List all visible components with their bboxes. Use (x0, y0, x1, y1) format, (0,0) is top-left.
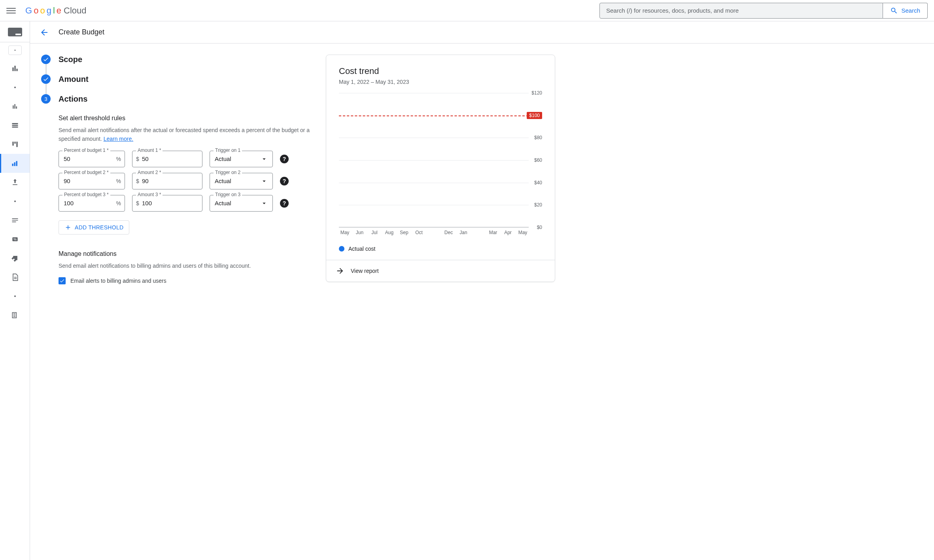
chart-gridline (339, 205, 529, 205)
chart-x-tick-label: Mar (487, 230, 499, 235)
account-picker[interactable] (8, 45, 22, 55)
nav-overview[interactable] (0, 59, 30, 78)
check-icon (41, 55, 51, 64)
logo-cloud-text: Cloud (64, 6, 86, 16)
google-cloud-logo[interactable]: Google Cloud (25, 6, 87, 16)
chart-x-tick-label (428, 230, 440, 235)
trigger-on-select[interactable]: Actual (210, 195, 273, 212)
percent-of-budget-input[interactable] (59, 173, 125, 189)
email-alerts-label: Email alerts to billing admins and users (70, 278, 166, 284)
nav-documents[interactable] (0, 268, 30, 287)
search-input[interactable]: Search (/) for resources, docs, products… (599, 3, 883, 19)
billing-icon[interactable] (8, 28, 22, 36)
chart-y-tick-label: $80 (534, 135, 542, 140)
amount-field: Amount 3 * $ (132, 195, 202, 212)
learn-more-link[interactable]: Learn more. (104, 136, 133, 142)
threshold-rule-row: Percent of budget 2 * % Amount 2 * $ Tri… (59, 173, 310, 189)
add-threshold-button[interactable]: ADD THRESHOLD (59, 220, 129, 235)
step-scope[interactable]: Scope (41, 55, 310, 64)
email-alerts-checkbox[interactable] (59, 277, 66, 284)
chevron-down-icon (261, 155, 268, 163)
nav-item-dot-1[interactable] (0, 78, 30, 97)
threshold-section: Set alert threshold rules Send email ale… (59, 115, 310, 235)
cost-trend-card: Cost trend May 1, 2022 – May 31, 2023 $0… (326, 55, 555, 282)
percent-of-budget-field: Percent of budget 3 * % (59, 195, 125, 212)
chart-y-tick-label: $60 (534, 157, 542, 163)
percent-suffix: % (116, 156, 121, 162)
amount-label: Amount 3 * (136, 192, 163, 197)
trigger-on-value: Actual (215, 178, 231, 184)
menu-icon[interactable] (6, 6, 16, 15)
nav-cost-table[interactable] (0, 116, 30, 135)
nav-export[interactable] (0, 173, 30, 192)
amount-input[interactable] (132, 173, 202, 189)
legend-dot-icon (339, 246, 344, 252)
back-arrow-icon[interactable] (40, 28, 49, 37)
cost-trend-title: Cost trend (339, 66, 542, 76)
nav-commitments[interactable] (0, 211, 30, 230)
trigger-label: Trigger on 3 (214, 192, 242, 197)
step-connector (46, 64, 46, 74)
global-search: Search (/) for resources, docs, products… (599, 3, 928, 19)
percent-of-budget-field: Percent of budget 2 * % (59, 173, 125, 189)
nav-payment[interactable] (0, 306, 30, 325)
nav-item-dot-2[interactable] (0, 192, 30, 211)
chart-x-tick-label (473, 230, 484, 235)
notifications-heading: Manage notifications (59, 250, 310, 257)
threshold-description: Send email alert notifications after the… (59, 126, 310, 144)
chart-x-tick-label: Aug (384, 230, 395, 235)
step-actions-title: Actions (59, 95, 87, 104)
global-header: Google Cloud Search (/) for resources, d… (0, 0, 934, 21)
percent-suffix: % (116, 178, 121, 184)
chevron-down-icon (261, 200, 268, 207)
nav-budgets[interactable] (0, 154, 30, 173)
chart-gridline (339, 93, 529, 93)
chart-legend: Actual cost (339, 246, 542, 252)
help-icon[interactable]: ? (280, 199, 289, 208)
amount-label: Amount 2 * (136, 170, 163, 175)
step-actions: 3 Actions (41, 94, 310, 104)
chart-y-tick-label: $0 (537, 225, 542, 230)
view-report-link[interactable]: View report (326, 260, 555, 282)
help-icon[interactable]: ? (280, 177, 289, 185)
percent-of-budget-field: Percent of budget 1 * % (59, 151, 125, 167)
nav-reports[interactable] (0, 97, 30, 116)
currency-prefix: $ (136, 200, 139, 206)
currency-prefix: $ (136, 156, 139, 162)
cost-trend-subtitle: May 1, 2022 – May 31, 2023 (339, 79, 542, 85)
amount-label: Amount 1 * (136, 148, 163, 153)
help-icon[interactable]: ? (280, 155, 289, 163)
chevron-down-icon (261, 178, 268, 185)
nav-item-dot-3[interactable] (0, 287, 30, 306)
budget-threshold-line (339, 115, 529, 116)
amount-input[interactable] (132, 151, 202, 167)
percent-of-budget-input[interactable] (59, 151, 125, 167)
chart-gridline (339, 138, 529, 138)
chart-x-tick-label: Oct (413, 230, 425, 235)
chart-x-tick-label: Jul (369, 230, 380, 235)
chart-x-labels: MayJunJulAugSepOctDecJanMarAprMay (339, 230, 542, 235)
trigger-on-select[interactable]: Actual (210, 173, 273, 189)
check-icon (59, 278, 65, 284)
percent-suffix: % (116, 200, 121, 206)
trigger-on-select[interactable]: Actual (210, 151, 273, 167)
nav-credits[interactable]: % (0, 230, 30, 249)
amount-input[interactable] (132, 195, 202, 212)
chart-x-axis (339, 227, 529, 227)
chart-x-tick-label: Sep (398, 230, 410, 235)
nav-cost-breakdown[interactable] (0, 135, 30, 154)
trigger-label: Trigger on 1 (214, 148, 242, 153)
trigger-on-field: Trigger on 1 Actual (210, 151, 273, 167)
step-amount[interactable]: Amount (41, 74, 310, 84)
page-title: Create Budget (59, 28, 104, 36)
budget-threshold-tag: $100 (527, 112, 542, 119)
search-button-label: Search (901, 7, 920, 14)
step-number-badge: 3 (41, 94, 51, 104)
search-button[interactable]: Search (883, 3, 928, 19)
nav-pricing[interactable] (0, 249, 30, 268)
legend-actual-label: Actual cost (348, 246, 375, 252)
percent-of-budget-input[interactable] (59, 195, 125, 212)
trigger-on-value: Actual (215, 155, 231, 162)
chart-x-tick-label: Apr (502, 230, 514, 235)
chart-y-tick-label: $20 (534, 202, 542, 208)
